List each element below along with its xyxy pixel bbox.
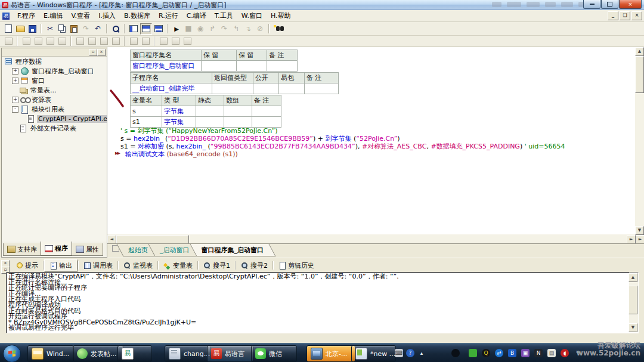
table-cell[interactable] [224, 106, 252, 117]
save-icon[interactable] [27, 24, 38, 34]
table-cell[interactable] [305, 83, 339, 94]
start-button[interactable] [3, 345, 21, 362]
taskbar-explorer-button[interactable]: Wind... [27, 345, 74, 362]
mdi-restore-button[interactable]: ❏ [620, 11, 630, 20]
table-cell[interactable]: 字节集 [162, 106, 196, 117]
qq-tray-icon[interactable]: Q [482, 349, 490, 357]
size-both-tool-icon[interactable] [182, 36, 193, 47]
tree-item[interactable]: 常量表... [2, 85, 107, 95]
taskbar-notepad-button[interactable]: chang... [165, 345, 210, 362]
table-cell[interactable] [252, 117, 281, 128]
tree-expander-icon[interactable]: + [12, 97, 18, 103]
same-width-tool-icon[interactable] [128, 36, 139, 47]
layout-left-icon[interactable] [128, 24, 139, 34]
table-cell[interactable] [237, 61, 267, 72]
tree-item[interactable]: -模块引用表 [2, 104, 107, 114]
panel-tab-属性[interactable]: 属性 [72, 243, 103, 256]
window-tray-icon[interactable]: ▣ [521, 349, 530, 357]
taskbar-notepadpp-button[interactable]: *new ... [351, 345, 396, 362]
scroll-left-button[interactable]: ◄ [107, 235, 116, 244]
tree-item[interactable]: 程序数据 [2, 57, 107, 66]
menu-item[interactable]: W.窗口 [237, 10, 267, 21]
hscroll-thumb[interactable] [116, 235, 189, 244]
same-height-tool-icon[interactable] [140, 36, 151, 47]
space-v-tool-icon[interactable] [110, 36, 121, 47]
open-file-icon[interactable] [15, 24, 26, 34]
space-h-tool-icon[interactable] [98, 36, 109, 47]
volume-tray-icon[interactable]: ◖ [561, 349, 569, 357]
tree-expander-icon[interactable]: + [12, 78, 18, 84]
bluetooth-tray-icon[interactable]: B [508, 349, 516, 357]
menu-item[interactable]: H.帮助 [267, 10, 295, 21]
output-tab-剪辑历史[interactable]: 剪辑历史 [274, 260, 319, 271]
copy-icon[interactable] [57, 24, 67, 34]
scroll-right-button[interactable]: ► [627, 235, 636, 244]
help-tray-icon[interactable]: ? [406, 349, 414, 357]
moon-tray-icon[interactable] [451, 349, 460, 357]
panel-float-button[interactable]: ▫ [89, 49, 97, 56]
panel-tab-支持库[interactable]: 支持库 [3, 243, 41, 256]
paste-icon[interactable] [69, 24, 79, 34]
window-titlebar[interactable]: 易 易语言 - Windows窗口程序 - [程序集: 窗口程序集_启动窗口 /… [0, 0, 644, 10]
tree-item[interactable]: CryptAPI - CryptAPI.ec [2, 114, 107, 123]
table-cell[interactable] [196, 106, 224, 117]
compiler-output[interactable]: 正在编译易模块“CryptAPI”，文件名: “C:\Users\Adminis… [6, 272, 639, 333]
form-grid-tool-icon[interactable] [3, 36, 14, 47]
cut-icon[interactable]: ✂ [45, 24, 55, 34]
table-cell[interactable] [253, 83, 279, 94]
table-cell[interactable]: s [131, 106, 162, 117]
scroll-up-button[interactable]: ▲ [635, 47, 644, 56]
layout-grid-icon[interactable] [153, 24, 164, 34]
restore-button[interactable] [601, 0, 618, 9]
align-left-tool-icon[interactable] [21, 36, 32, 47]
output-tab-变量表[interactable]: 变量表 [159, 260, 197, 271]
close-button[interactable]: × [619, 0, 642, 9]
editor-tab[interactable]: 窗口程序集_启动窗口 [193, 244, 273, 256]
scroll-up-button[interactable]: ▲ [628, 273, 637, 282]
taskbar-browser-button[interactable]: 发表帖... [73, 345, 123, 362]
minimize-button[interactable] [583, 0, 600, 9]
taskbar-elang-doc-button[interactable]: 易 [117, 345, 152, 362]
vscroll-thumb[interactable] [628, 286, 637, 314]
code-editor[interactable]: 窗口程序集名保 留保 留备 注窗口程序集_启动窗口子程序名返回值类型公开易包备 … [107, 47, 644, 258]
taskbar-elang-button[interactable]: 易易语言 [207, 345, 253, 362]
menu-item[interactable]: R.运行 [154, 10, 182, 21]
tree-item[interactable]: +窗口程序集_启动窗口 [2, 66, 107, 76]
tree-item[interactable]: +窗口 [2, 76, 107, 85]
tree-expander-icon[interactable]: - [12, 106, 18, 113]
output-tab-输出[interactable]: 输出 [44, 259, 78, 272]
teamviewer-tray-icon[interactable]: ⇄ [495, 349, 503, 357]
tree-item[interactable]: +资源表 [2, 95, 107, 104]
mdi-close-button[interactable]: × [631, 11, 642, 20]
table-cell[interactable]: 窗口程序集_启动窗口 [131, 61, 202, 72]
output-tab-调用表[interactable]: 调用表 [79, 260, 117, 271]
layout-top-icon[interactable] [140, 23, 152, 35]
menu-item[interactable]: T.工具 [210, 10, 237, 21]
table-cell[interactable] [252, 106, 281, 117]
center-h-tool-icon[interactable] [75, 36, 85, 47]
table-cell[interactable] [202, 61, 237, 72]
output-tab-搜寻1[interactable]: 搜寻1 [199, 260, 235, 271]
table-cell[interactable] [267, 61, 298, 72]
menu-item[interactable]: F.程序 [13, 10, 39, 21]
mdi-minimize-button[interactable]: _ [608, 11, 618, 20]
panel-close-button[interactable]: × [97, 49, 106, 56]
scroll-corner-button[interactable]: ► [636, 235, 644, 244]
table-cell[interactable] [196, 117, 224, 128]
output-tab-搜寻2[interactable]: 搜寻2 [236, 260, 273, 271]
panel-tab-程序[interactable]: 程序 [41, 242, 72, 256]
menu-item[interactable]: V.查看 [67, 10, 95, 21]
find-in-files-icon[interactable] [273, 24, 283, 34]
table-cell[interactable] [279, 83, 305, 94]
table-cell[interactable]: 字节集 [162, 117, 196, 128]
scroll-down-button[interactable]: ▼ [635, 226, 644, 235]
tree-expander-icon[interactable]: + [12, 68, 18, 75]
new-file-icon[interactable] [3, 24, 14, 34]
size-w-tool-icon[interactable] [158, 36, 169, 47]
panel-header[interactable]: ▫ × [2, 48, 107, 57]
keyboard-tray-icon[interactable]: ⌨ [395, 349, 403, 357]
menu-item[interactable]: E.编辑 [39, 10, 67, 21]
tray-expand-icon[interactable]: ▴ [417, 349, 426, 357]
table-cell[interactable]: __启动窗口_创建完毕 [131, 83, 212, 94]
run-icon[interactable]: ▶ [171, 24, 182, 34]
